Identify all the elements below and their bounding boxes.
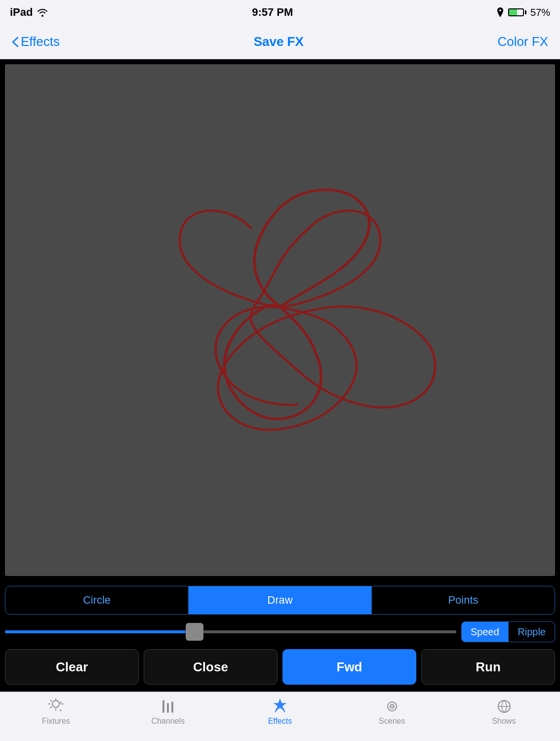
scenes-icon bbox=[384, 698, 400, 715]
mode-tab-selector: Circle Draw Points bbox=[5, 586, 555, 615]
slider-track bbox=[5, 630, 456, 633]
back-label: Effects bbox=[21, 34, 60, 49]
nav-title: Save FX bbox=[254, 34, 304, 49]
tab-bar-channels[interactable]: Channels bbox=[112, 698, 224, 726]
run-button[interactable]: Run bbox=[421, 649, 555, 685]
effects-icon bbox=[272, 698, 288, 715]
drawing-canvas-svg[interactable] bbox=[5, 64, 555, 576]
slider-thumb[interactable] bbox=[186, 623, 203, 641]
speed-ripple-toggle: Speed Ripple bbox=[461, 621, 555, 642]
draw-tab[interactable]: Draw bbox=[189, 586, 372, 614]
channels-icon bbox=[160, 698, 176, 715]
shows-label: Shows bbox=[492, 717, 516, 726]
fwd-button[interactable]: Fwd bbox=[282, 649, 416, 685]
tab-bar-shows[interactable]: Shows bbox=[448, 698, 560, 726]
fixtures-label: Fixtures bbox=[42, 717, 70, 726]
ripple-toggle-btn[interactable]: Ripple bbox=[509, 622, 555, 642]
points-tab[interactable]: Points bbox=[372, 586, 555, 614]
drawing-canvas-area[interactable] bbox=[5, 64, 555, 576]
shows-icon bbox=[496, 698, 513, 715]
bottom-controls: Circle Draw Points Speed Ripple Clear Cl… bbox=[0, 581, 560, 692]
close-button[interactable]: Close bbox=[144, 649, 278, 685]
action-buttons-row: Clear Close Fwd Run bbox=[0, 649, 560, 692]
color-fx-button[interactable]: Color FX bbox=[497, 34, 548, 49]
clear-button[interactable]: Clear bbox=[5, 649, 139, 685]
channels-label: Channels bbox=[151, 717, 185, 726]
tab-bar-effects[interactable]: Effects bbox=[224, 698, 336, 726]
svg-rect-1 bbox=[162, 700, 164, 713]
scenes-label: Scenes bbox=[379, 717, 405, 726]
battery-indicator bbox=[508, 8, 526, 16]
nav-bar: Effects Save FX Color FX bbox=[0, 25, 560, 59]
circle-tab[interactable]: Circle bbox=[5, 586, 189, 614]
speed-toggle-btn[interactable]: Speed bbox=[462, 622, 508, 642]
device-label: iPad bbox=[10, 6, 33, 19]
svg-rect-3 bbox=[171, 701, 173, 713]
back-button[interactable]: Effects bbox=[12, 34, 60, 49]
status-time: 9:57 PM bbox=[252, 6, 293, 19]
status-right: 57% bbox=[496, 7, 550, 18]
tab-bar-scenes[interactable]: Scenes bbox=[336, 698, 448, 726]
fixtures-icon bbox=[47, 698, 64, 715]
wifi-icon bbox=[37, 8, 48, 17]
effects-label: Effects bbox=[268, 717, 292, 726]
tab-bar-fixtures[interactable]: Fixtures bbox=[0, 698, 112, 726]
svg-point-6 bbox=[391, 706, 393, 707]
battery-percent: 57% bbox=[530, 7, 550, 18]
slider-row: Speed Ripple bbox=[0, 615, 560, 649]
tab-bar: Fixtures Channels Effects Scenes bbox=[0, 692, 560, 741]
speed-slider[interactable] bbox=[5, 623, 456, 641]
status-left: iPad bbox=[10, 6, 48, 19]
svg-rect-2 bbox=[167, 703, 169, 713]
slider-fill bbox=[5, 630, 195, 633]
location-icon bbox=[496, 7, 504, 17]
svg-point-0 bbox=[52, 700, 59, 707]
drawn-path bbox=[180, 210, 435, 430]
status-bar: iPad 9:57 PM 57% bbox=[0, 0, 560, 25]
